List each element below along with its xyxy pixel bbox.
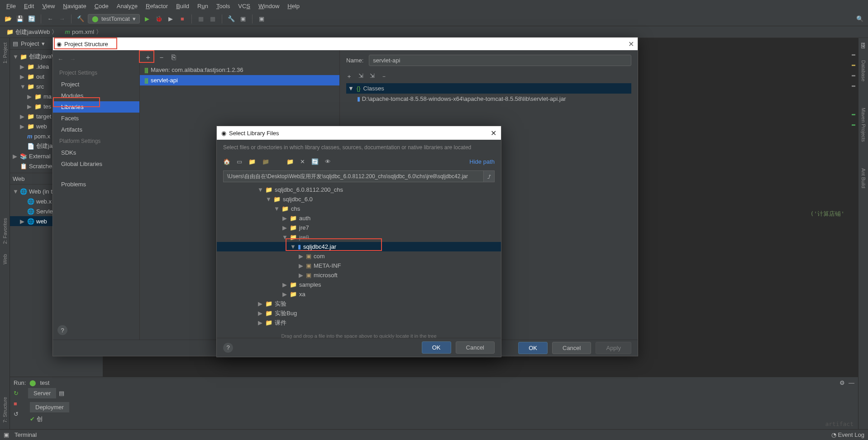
wrench-icon[interactable]: 🔧	[227, 14, 236, 24]
tool-project[interactable]: 1: Project	[2, 41, 8, 65]
name-input[interactable]	[369, 55, 631, 66]
menu-tools[interactable]: Tools	[213, 1, 234, 11]
tool-web[interactable]: Web	[2, 252, 8, 266]
help-icon[interactable]: ?	[223, 343, 233, 353]
back-icon[interactable]: ←	[46, 14, 55, 24]
file-tree-item[interactable]: ▶📁xa	[217, 289, 501, 299]
tab-more-icon[interactable]: ▤	[57, 388, 66, 398]
expand-icon[interactable]: ▼	[348, 85, 354, 92]
ok-button[interactable]: OK	[422, 341, 451, 354]
apply-button[interactable]: Apply	[596, 342, 631, 354]
cancel-button[interactable]: Cancel	[456, 341, 495, 354]
file-tree-item[interactable]: ▶📁课件	[217, 318, 501, 327]
classes-node[interactable]: ▼ {} Classes	[346, 83, 631, 94]
run-config-selector[interactable]: ⬤ testTomcat ▾	[88, 14, 140, 24]
menu-vcs[interactable]: VCS	[234, 1, 254, 11]
file-tree-item[interactable]: ▼📁jre8	[217, 232, 501, 242]
file-tree-item[interactable]: ▼📁chs	[217, 204, 501, 213]
profiler-icon[interactable]: ▦	[196, 14, 205, 24]
close-icon[interactable]: ✕	[491, 129, 496, 137]
back-icon[interactable]: ←	[57, 56, 63, 62]
file-tree-item[interactable]: ▶📁实验Bug	[217, 308, 501, 318]
terminal-button[interactable]: Terminal	[14, 431, 37, 438]
open-icon[interactable]: 📂	[4, 14, 13, 24]
crumb-file[interactable]: m pom.xml 〉	[62, 27, 105, 37]
file-tree-item[interactable]: ▼▮sqljdbc42.jar	[217, 242, 501, 251]
copy-icon[interactable]: ⎘	[172, 53, 176, 62]
menu-file[interactable]: File	[3, 1, 19, 11]
run-icon[interactable]: ▶	[143, 14, 152, 24]
tool-structure[interactable]: 7: Structure	[2, 395, 8, 425]
project-icon[interactable]: 📁	[248, 158, 256, 165]
dropdown-icon[interactable]: ▾	[42, 40, 45, 47]
help-icon[interactable]: ?	[57, 325, 67, 335]
file-tree-item[interactable]: ▶📁samples	[217, 280, 501, 289]
tab-deployment[interactable]: Deploymer	[30, 402, 69, 412]
path-input[interactable]	[223, 170, 484, 182]
cancel-button[interactable]: Cancel	[552, 342, 591, 354]
new-folder-icon[interactable]: 📁	[286, 158, 294, 165]
file-tree-item[interactable]: ▶▣microsoft	[217, 270, 501, 280]
lib-item-selected[interactable]: |||servlet-api	[140, 75, 339, 85]
nav-problems[interactable]: Problems	[53, 179, 139, 190]
menu-help[interactable]: Help	[284, 1, 303, 11]
tool-ant[interactable]: Ant Build	[861, 166, 866, 190]
forward-icon[interactable]: →	[70, 56, 76, 62]
nav-modules[interactable]: Modules	[53, 90, 139, 101]
sync-icon[interactable]: 🔄	[27, 14, 36, 24]
desktop-icon[interactable]: ▭	[237, 158, 242, 165]
menu-view[interactable]: View	[38, 1, 58, 11]
file-tree-item[interactable]: ▶▣com	[217, 251, 501, 261]
rerun-icon[interactable]: ↻	[14, 390, 19, 397]
menu-run[interactable]: Run	[194, 1, 212, 11]
show-hidden-icon[interactable]: 👁	[325, 158, 331, 165]
nav-libraries[interactable]: Libraries	[53, 101, 139, 113]
menu-refactor[interactable]: Refactor	[142, 1, 172, 11]
nav-project[interactable]: Project	[53, 79, 139, 90]
tool-database[interactable]: Database	[861, 58, 866, 83]
profiler2-icon[interactable]: ▦	[208, 14, 217, 24]
menu-window[interactable]: Window	[255, 1, 283, 11]
stop-icon[interactable]: ■	[14, 400, 19, 407]
remove-icon[interactable]: －	[381, 72, 387, 80]
gear-icon[interactable]: ⚙	[839, 379, 845, 386]
refresh-icon[interactable]: 🔄	[311, 158, 319, 165]
remove-icon[interactable]: －	[158, 53, 165, 62]
menu-build[interactable]: Build	[172, 1, 193, 11]
ok-button[interactable]: OK	[518, 342, 548, 354]
nav-sdks[interactable]: SDKs	[53, 147, 139, 158]
close-icon[interactable]: ✕	[628, 40, 634, 48]
menu-code[interactable]: Code	[91, 1, 112, 11]
forward-icon[interactable]: →	[57, 14, 67, 24]
tool-favorites[interactable]: 2: Favorites	[2, 216, 8, 246]
save-icon[interactable]: 💾	[15, 14, 24, 24]
build-icon[interactable]: 🔨	[76, 14, 85, 24]
file-tree-item[interactable]: ▼📁sqljdbc_6.0	[217, 194, 501, 204]
menu-edit[interactable]: Edit	[20, 1, 38, 11]
event-log-button[interactable]: ◔ Event Log	[831, 431, 864, 438]
file-tree-item[interactable]: ▶▣META-INF	[217, 261, 501, 270]
file-tree-item[interactable]: ▶📁jre7	[217, 223, 501, 232]
crumb-root[interactable]: 📁 创建javaWeb 〉	[4, 27, 60, 37]
search-icon[interactable]: 🔍	[855, 14, 864, 24]
coverage-icon[interactable]: ▶	[166, 14, 175, 24]
vcs-icon[interactable]: ▣	[257, 14, 266, 24]
add-icon[interactable]: ＋	[346, 72, 352, 80]
add-url-icon[interactable]: ⇲	[358, 72, 363, 80]
stop-icon[interactable]: ■	[178, 14, 187, 24]
hide-path-link[interactable]: Hide path	[469, 158, 495, 165]
module-icon[interactable]: 📁	[262, 158, 269, 165]
tab-server[interactable]: Server	[28, 388, 56, 398]
home-icon[interactable]: 🏠	[223, 158, 230, 165]
add-maven-icon[interactable]: ⇲	[370, 72, 375, 80]
delete-icon[interactable]: ✕	[300, 158, 305, 165]
tool-maven[interactable]: Maven Projects	[861, 106, 866, 144]
nav-facets[interactable]: Facets	[53, 113, 139, 124]
structure-icon[interactable]: ▣	[238, 14, 248, 24]
history-icon[interactable]: ⭜	[484, 170, 495, 182]
menu-navigate[interactable]: Navigate	[59, 1, 90, 11]
file-tree-item[interactable]: ▶📁实验	[217, 299, 501, 308]
database-icon[interactable]: 🗄	[860, 43, 866, 49]
jar-path[interactable]: ▮ D:\apache-tomcat-8.5.58-windows-x64\ap…	[346, 94, 631, 104]
minimize-icon[interactable]: —	[849, 379, 854, 386]
